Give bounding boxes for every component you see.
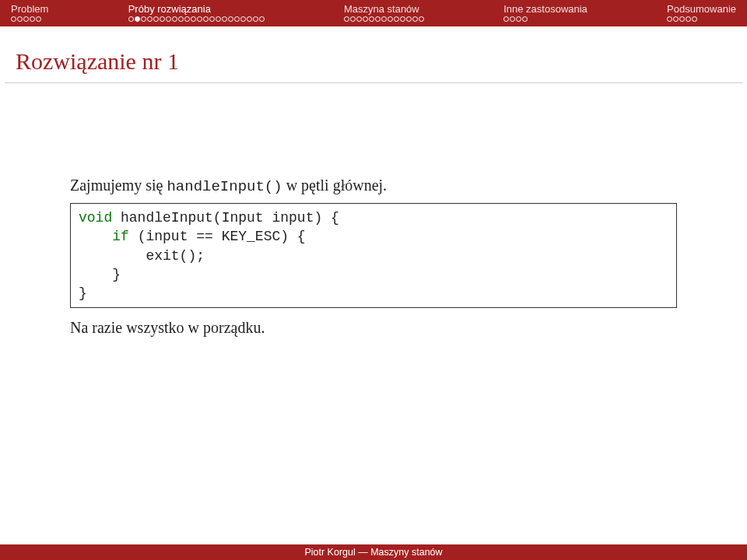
progress-dot[interactable] bbox=[412, 16, 418, 22]
progress-dot[interactable] bbox=[141, 16, 146, 22]
progress-dot[interactable] bbox=[394, 16, 399, 22]
progress-dot[interactable] bbox=[209, 16, 215, 22]
progress-dot[interactable] bbox=[172, 16, 177, 22]
progress-dot[interactable] bbox=[128, 16, 134, 22]
progress-dot[interactable] bbox=[160, 16, 165, 22]
nav-bar: ProblemPróby rozwiązaniaMaszyna stanówIn… bbox=[0, 0, 747, 26]
progress-dot[interactable] bbox=[369, 16, 374, 22]
progress-dot[interactable] bbox=[153, 16, 159, 22]
intro-fn: handleInput() bbox=[167, 178, 282, 195]
progress-dot[interactable] bbox=[240, 16, 246, 22]
nav-label[interactable]: Problem bbox=[11, 3, 48, 15]
code-l3: exit(); bbox=[79, 248, 205, 264]
nav-section[interactable]: Próby rozwiązania bbox=[128, 3, 265, 22]
progress-dot[interactable] bbox=[375, 16, 381, 22]
progress-dot[interactable] bbox=[147, 16, 153, 22]
progress-dot[interactable] bbox=[11, 16, 16, 22]
nav-section[interactable]: Problem bbox=[11, 3, 48, 22]
progress-dot[interactable] bbox=[166, 16, 171, 22]
progress-dot[interactable] bbox=[30, 16, 35, 22]
progress-dot[interactable] bbox=[247, 16, 252, 22]
progress-dot[interactable] bbox=[419, 16, 424, 22]
progress-dot[interactable] bbox=[400, 16, 405, 22]
nav-section[interactable]: Podsumowanie bbox=[667, 3, 736, 22]
progress-dot[interactable] bbox=[36, 16, 41, 22]
kw-void: void bbox=[79, 210, 112, 226]
progress-dot[interactable] bbox=[191, 16, 196, 22]
nav-progress-dots bbox=[503, 16, 528, 22]
progress-dot[interactable] bbox=[253, 16, 258, 22]
progress-dot[interactable] bbox=[216, 16, 221, 22]
slide-title: Rozwiązanie nr 1 bbox=[0, 26, 747, 82]
progress-dot[interactable] bbox=[667, 16, 672, 22]
progress-dot[interactable] bbox=[135, 16, 140, 22]
progress-dot[interactable] bbox=[510, 16, 515, 22]
nav-label[interactable]: Próby rozwiązania bbox=[128, 3, 211, 15]
intro-pre: Zajmujemy się bbox=[70, 177, 167, 194]
nav-label[interactable]: Maszyna stanów bbox=[344, 3, 419, 15]
intro-post: w pętli głównej. bbox=[282, 177, 387, 194]
progress-dot[interactable] bbox=[344, 16, 349, 22]
nav-progress-dots bbox=[11, 16, 41, 22]
progress-dot[interactable] bbox=[178, 16, 184, 22]
code-l1: handleInput(Input input) { bbox=[112, 210, 339, 226]
progress-dot[interactable] bbox=[673, 16, 679, 22]
nav-section[interactable]: Inne zastosowania bbox=[503, 3, 587, 22]
code-l5: } bbox=[79, 285, 87, 301]
progress-dot[interactable] bbox=[234, 16, 240, 22]
progress-dot[interactable] bbox=[184, 16, 190, 22]
outro-line: Na razie wszystko w porządku. bbox=[70, 319, 677, 337]
nav-label[interactable]: Inne zastosowania bbox=[503, 3, 587, 15]
progress-dot[interactable] bbox=[692, 16, 697, 22]
nav-label[interactable]: Podsumowanie bbox=[667, 3, 736, 15]
nav-progress-dots bbox=[128, 16, 265, 22]
progress-dot[interactable] bbox=[679, 16, 685, 22]
progress-dot[interactable] bbox=[228, 16, 233, 22]
nav-progress-dots bbox=[667, 16, 697, 22]
progress-dot[interactable] bbox=[356, 16, 362, 22]
code-l2p bbox=[79, 229, 112, 244]
progress-dot[interactable] bbox=[686, 16, 691, 22]
intro-line: Zajmujemy się handleInput() w pętli głów… bbox=[70, 177, 677, 195]
progress-dot[interactable] bbox=[197, 16, 202, 22]
progress-dot[interactable] bbox=[522, 16, 528, 22]
progress-dot[interactable] bbox=[388, 16, 393, 22]
progress-dot[interactable] bbox=[406, 16, 412, 22]
progress-dot[interactable] bbox=[17, 16, 23, 22]
slide-content: Zajmujemy się handleInput() w pętli głów… bbox=[0, 83, 747, 337]
progress-dot[interactable] bbox=[222, 16, 227, 22]
progress-dot[interactable] bbox=[516, 16, 521, 22]
progress-dot[interactable] bbox=[381, 16, 387, 22]
code-block: void handleInput(Input input) { if (inpu… bbox=[70, 203, 677, 308]
progress-dot[interactable] bbox=[23, 16, 29, 22]
footer: Piotr Korgul — Maszyny stanów bbox=[0, 544, 747, 560]
progress-dot[interactable] bbox=[259, 16, 265, 22]
progress-dot[interactable] bbox=[363, 16, 368, 22]
progress-dot[interactable] bbox=[203, 16, 209, 22]
nav-progress-dots bbox=[344, 16, 424, 22]
progress-dot[interactable] bbox=[503, 16, 509, 22]
progress-dot[interactable] bbox=[350, 16, 356, 22]
code-l2: (input == KEY_ESC) { bbox=[129, 229, 306, 244]
code-l4: } bbox=[79, 267, 121, 282]
kw-if: if bbox=[112, 229, 129, 244]
nav-section[interactable]: Maszyna stanów bbox=[344, 3, 424, 22]
